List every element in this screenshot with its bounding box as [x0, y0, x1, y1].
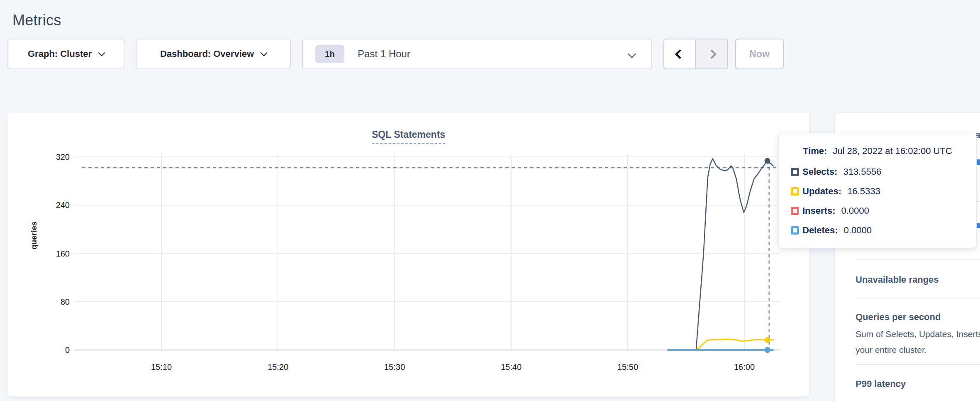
svg-text:15:30: 15:30: [384, 362, 405, 372]
series-swatch-icon: [791, 168, 799, 176]
svg-text:0: 0: [65, 345, 70, 355]
tooltip-series-label: Selects:: [802, 166, 837, 177]
chevron-right-icon: [707, 49, 717, 59]
previous-time-window-button[interactable]: [664, 39, 696, 68]
tooltip-series-label: Updates:: [802, 186, 841, 197]
chevron-left-icon: [675, 49, 685, 59]
svg-text:15:10: 15:10: [151, 362, 172, 372]
sidebar-heading-queries-per-second: Queries per second: [856, 312, 941, 323]
svg-text:80: 80: [61, 297, 70, 306]
time-range-badge: 1h: [315, 45, 344, 63]
time-range-label: Past 1 Hour: [358, 48, 410, 60]
tooltip-series-label: Inserts:: [802, 205, 835, 216]
chart-hover-tooltip: Time:Jul 28, 2022 at 16:02:00 UTC Select…: [778, 133, 977, 248]
chevron-down-icon: [98, 49, 105, 56]
sidebar-heading-p99-latency: P99 latency: [856, 379, 906, 389]
time-nav-group: [663, 39, 728, 69]
now-button[interactable]: Now: [735, 39, 784, 69]
svg-text:16:00: 16:00: [734, 362, 755, 372]
svg-text:320: 320: [56, 152, 70, 161]
divider: [856, 364, 980, 365]
divider: [856, 259, 980, 260]
tooltip-series-row: Selects:313.5556: [791, 166, 966, 177]
series-swatch-icon: [791, 226, 799, 235]
dashboard-dropdown-label: Dashboard: Overview: [160, 49, 254, 59]
series-swatch-icon: [791, 207, 799, 215]
sql-statements-chart-card: SQL Statements 08016024032015:1015:2015:…: [7, 112, 809, 396]
link-text-fragment: [977, 159, 980, 165]
tooltip-series-label: Deletes:: [802, 225, 838, 236]
svg-text:15:50: 15:50: [617, 362, 638, 372]
svg-text:160: 160: [56, 249, 70, 258]
page-title: Metrics: [12, 12, 61, 29]
svg-text:15:40: 15:40: [501, 362, 522, 372]
tooltip-series-value: 0.0000: [841, 205, 869, 216]
svg-text:15:20: 15:20: [268, 362, 288, 372]
sidebar-heading-unavailable-ranges: Unavailable ranges: [856, 274, 939, 285]
sidebar-description-line: your entire cluster.: [856, 345, 927, 355]
tooltip-series-row: Deletes:0.0000: [791, 225, 966, 236]
chart-title[interactable]: SQL Statements: [372, 129, 445, 144]
tooltip-time-label: Time:: [803, 146, 827, 156]
divider: [856, 298, 980, 298]
tooltip-series-row: Updates:16.5333: [791, 186, 966, 197]
chevron-down-icon: [261, 49, 268, 56]
next-time-window-button[interactable]: [696, 39, 727, 68]
svg-text:240: 240: [56, 200, 70, 210]
tooltip-series-value: 0.0000: [844, 225, 872, 236]
time-range-selector[interactable]: 1h Past 1 Hour: [302, 39, 652, 69]
series-swatch-icon: [791, 187, 799, 196]
tooltip-series-rows: Selects:313.5556Updates:16.5333Inserts:0…: [791, 166, 966, 236]
tooltip-time-row: Time:Jul 28, 2022 at 16:02:00 UTC: [803, 146, 966, 156]
graph-scope-dropdown-label: Graph: Cluster: [28, 49, 92, 59]
graph-scope-dropdown[interactable]: Graph: Cluster: [7, 39, 124, 69]
chevron-down-icon: [628, 50, 636, 58]
sidebar-description-line: Sum of Selects, Updates, Inserts and Del…: [856, 329, 980, 339]
dashboard-dropdown[interactable]: Dashboard: Overview: [136, 39, 291, 69]
svg-text:queries: queries: [29, 221, 38, 249]
tooltip-series-row: Inserts:0.0000: [791, 205, 966, 216]
tooltip-series-value: 313.5556: [843, 166, 881, 177]
sql-statements-chart[interactable]: 08016024032015:1015:2015:3015:4015:5016:…: [7, 112, 809, 396]
link-text-fragment: [977, 223, 980, 228]
tooltip-series-value: 16.5333: [847, 186, 880, 197]
tooltip-time-value: Jul 28, 2022 at 16:02:00 UTC: [833, 146, 952, 156]
metrics-page: Metrics Graph: Cluster Dashboard: Overvi…: [0, 0, 980, 401]
